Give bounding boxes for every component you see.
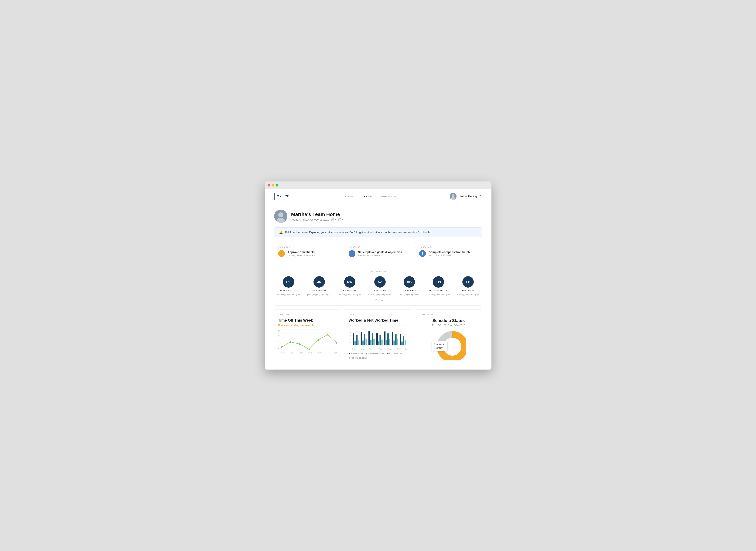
todo-content-1: ! Set employee goals & objectives Zeimet… (348, 250, 408, 257)
svg-rect-53 (389, 339, 391, 345)
svg-rect-37 (358, 340, 359, 345)
legend-non-worked-this: Non-worked this wk (366, 353, 385, 355)
todo-card-1[interactable]: TO DO (24) ! Set employee goals & object… (345, 242, 411, 261)
task-badge: 3 (338, 218, 343, 221)
svg-point-24 (318, 339, 319, 341)
svg-point-22 (299, 343, 300, 345)
svg-rect-44 (372, 333, 373, 345)
notification-banner: 🔔 Fall Lunch n' Learn: Exploring your re… (274, 227, 482, 237)
date-text: Today is Friday, October 2, 2020 (291, 218, 329, 221)
team-members: RL Robert LaCroix rlacroix@mycompany.ca … (278, 276, 478, 296)
member-email-3: szeimet@mycompany.ca (368, 294, 392, 296)
team-member-6[interactable]: FH Fred Heinz fheinz@mycompany.ca (458, 276, 479, 296)
vacancies-text: 2 vacancies (434, 343, 446, 346)
svg-text:Needs: Needs (451, 343, 458, 346)
time-off-subtitle: Requests pending approval: 4 (278, 324, 337, 327)
bar-chart-legend: Worked this wk Non-worked this wk Worked… (348, 353, 408, 359)
svg-rect-60 (403, 336, 404, 345)
team-member-4[interactable]: AB Andrea Bell abell@mycompany.ca (399, 276, 420, 296)
todo-label-1: TO DO (24) (348, 246, 408, 248)
bell-icon: 🔔 (279, 230, 283, 234)
app-window: MY | CO ADMIN TEAM PERSONAL Martha (265, 181, 491, 370)
avatar-image (450, 193, 457, 200)
member-avatar-5: EW (433, 276, 444, 288)
svg-rect-40 (364, 334, 365, 345)
svg-rect-6 (332, 219, 334, 221)
user-section[interactable]: Martha Fleming 📍 (450, 193, 482, 200)
todo-sub-0: LaCroix, Robert + 16 others (288, 254, 315, 257)
page-title-block: Martha's Team Home Today is Friday, Octo… (291, 211, 343, 221)
todo-text-2: Complete compensation batch Heinz, Fred … (429, 250, 470, 257)
team-label: MY TEAM (17) (278, 270, 478, 272)
member-name-2: Ryan Weber (343, 289, 356, 292)
svg-rect-50 (384, 332, 386, 345)
todo-title-2: Complete compensation batch (429, 250, 470, 253)
logo[interactable]: MY | CO (274, 193, 292, 200)
page-title: Martha's Team Home (291, 211, 343, 217)
svg-rect-45 (373, 339, 375, 345)
svg-rect-58 (400, 334, 401, 345)
minimize-button[interactable] (272, 184, 274, 186)
todo-card-2[interactable]: TO DO (24) ! Complete compensation batch… (415, 242, 482, 261)
bottom-row: TIME OFF Time Off This Week Requests pen… (274, 309, 482, 364)
todo-title-0: Approve timesheets (288, 250, 315, 253)
todo-sub-1: Zeimet, Sam + 4 others (358, 254, 402, 257)
scheduling-label: SCHEDULING (419, 313, 478, 316)
svg-rect-42 (368, 331, 370, 345)
todo-row: TO DO (24) !! Approve timesheets LaCroix… (274, 242, 482, 261)
app-content: MY | CO ADMIN TEAM PERSONAL Martha (265, 189, 491, 370)
member-email-5: ewilson@mycompany.ca (427, 294, 450, 296)
nav-admin[interactable]: ADMIN (345, 195, 354, 198)
todo-label-2: TO DO (24) (419, 246, 478, 248)
team-member-0[interactable]: RL Robert LaCroix rlacroix@mycompany.ca (277, 276, 300, 296)
member-avatar-6: FH (462, 276, 474, 288)
member-name-6: Fred Heinz (462, 289, 474, 292)
member-name-0: Robert LaCroix (280, 289, 297, 292)
todo-icon-0: !! (278, 250, 285, 257)
team-member-1[interactable]: JK Julia Kittinger jkittinger@mycompany.… (307, 276, 331, 296)
member-email-0: rlacroix@mycompany.ca (277, 294, 300, 296)
svg-rect-56 (395, 334, 397, 345)
svg-rect-38 (361, 332, 362, 345)
member-email-1: jkittinger@mycompany.ca (307, 294, 331, 296)
member-name-3: Sam Zeimet (373, 289, 387, 292)
svg-rect-54 (392, 332, 394, 345)
todo-card-0[interactable]: TO DO (24) !! Approve timesheets LaCroix… (274, 242, 341, 261)
todo-sub-2: Heinz, Fred + 2 others (429, 254, 470, 257)
page: Martha's Team Home Today is Friday, Octo… (265, 204, 491, 370)
close-button[interactable] (268, 184, 270, 186)
svg-rect-57 (397, 339, 398, 345)
member-email-4: abell@mycompany.ca (399, 294, 420, 296)
nav: ADMIN TEAM PERSONAL (345, 195, 397, 198)
more-members-link[interactable]: + 10 more (278, 299, 478, 302)
svg-rect-43 (370, 340, 371, 345)
nav-team[interactable]: TEAM (364, 195, 372, 198)
team-member-5[interactable]: EW Elizabeth Wilson ewilson@mycompany.ca (427, 276, 450, 296)
team-member-3[interactable]: SZ Sam Zeimet szeimet@mycompany.ca (368, 276, 392, 296)
member-name-1: Julia Kittinger (312, 289, 326, 292)
maximize-button[interactable] (276, 184, 278, 186)
time-title: Worked & Not Worked Time (348, 318, 408, 323)
member-avatar-3: SZ (374, 276, 386, 288)
notification-text: Fall Lunch n' Learn: Exploring your reti… (285, 231, 431, 234)
user-name: Martha Fleming (458, 195, 477, 198)
schedule-info-box: 2 vacancies 1 conflict (432, 341, 448, 352)
nav-personal[interactable]: PERSONAL (381, 195, 397, 198)
team-member-2[interactable]: RW Ryan Weber rweber@mycompany.ca (338, 276, 361, 296)
legend-non-worked-last: Non-worked last wk (348, 357, 367, 359)
todo-content-0: !! Approve timesheets LaCroix, Robert + … (278, 250, 337, 257)
member-avatar-0: RL (283, 276, 294, 288)
svg-rect-35 (354, 341, 356, 345)
page-subtitle: Today is Friday, October 2, 2020 1 (291, 218, 343, 221)
bar-chart-svg (352, 324, 408, 347)
member-avatar-4: AB (404, 276, 415, 288)
todo-icon-1: ! (348, 250, 355, 257)
svg-rect-39 (362, 341, 364, 345)
location-icon: 📍 (479, 195, 482, 198)
svg-rect-48 (380, 335, 381, 345)
svg-rect-55 (394, 341, 395, 345)
todo-text-1: Set employee goals & objectives Zeimet, … (358, 250, 402, 257)
todo-icon-2: ! (419, 250, 426, 257)
todo-text-0: Approve timesheets LaCroix, Robert + 16 … (288, 250, 315, 257)
legend-worked-last: Worked last wk (387, 353, 402, 355)
